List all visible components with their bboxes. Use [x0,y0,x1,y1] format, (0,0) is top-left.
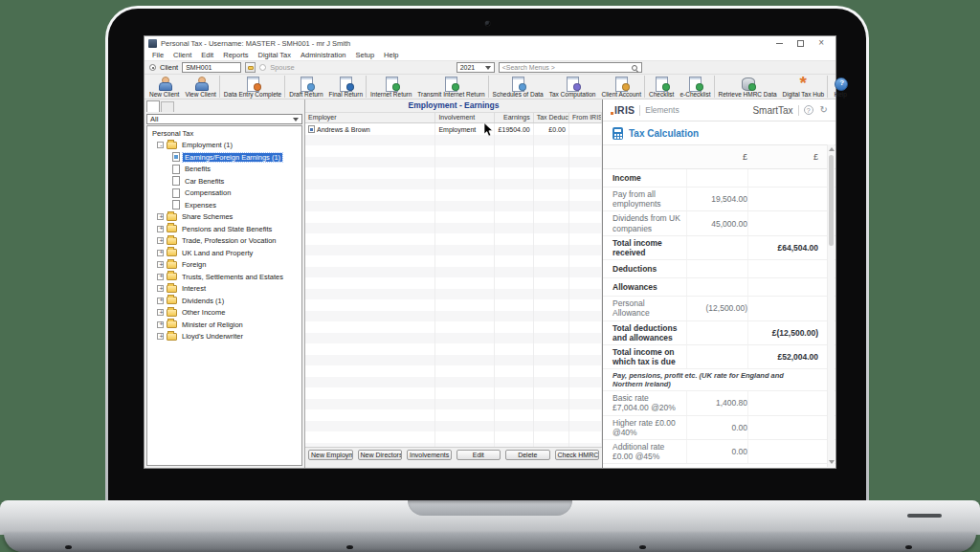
toolbar-button[interactable]: New Client [146,76,182,98]
menu-item[interactable]: File [147,51,168,59]
menu-item[interactable]: Reports [218,51,253,59]
menu-item[interactable]: Administration [296,51,351,59]
title-bar[interactable]: Personal Tax - Username: MASTER - SMH001… [145,36,835,50]
tree-item[interactable]: Foreign [147,259,301,272]
scroll-down-icon[interactable] [829,460,835,464]
toolbar-button[interactable]: Data Entry Complete [221,76,285,98]
menu-item[interactable]: Client [168,51,196,59]
tree-item[interactable]: Minister of Religion [147,319,301,331]
tree-filter-select[interactable]: All [146,114,302,124]
tree-toggle-icon[interactable] [157,298,164,304]
table-column-header[interactable]: Tax Deducted [534,113,569,122]
smarttax-row-label: Total income on which tax is due [612,345,686,368]
tree-item[interactable]: Interest [147,283,301,296]
search-input[interactable]: <Search Menus > [499,62,642,73]
client-radio-label: Client [160,63,178,72]
tree-item[interactable]: Car Benefits [147,175,301,188]
table-column-header[interactable]: Earnings [495,113,533,122]
toolbar-button[interactable]: Client Account [598,76,645,98]
tree-toggle-icon[interactable] [157,274,164,280]
tree-item[interactable]: Expenses [147,199,301,211]
tree-toggle-icon[interactable] [157,261,164,268]
tree-toggle-icon[interactable] [157,309,164,316]
menu-item[interactable]: Setup [350,51,379,59]
tree-item[interactable]: Personal Tax [147,127,301,140]
action-button[interactable]: Involvements [407,450,452,460]
tree-item[interactable]: Pensions and State Benefits [147,223,301,235]
spouse-radio[interactable] [259,64,266,71]
toolbar-button[interactable]: Transmit Internet Return [414,76,488,98]
action-button[interactable]: Edit [457,450,501,460]
help-icon[interactable]: ? [804,105,813,115]
tree-item[interactable]: Compensation [147,188,301,200]
toolbar-button[interactable]: e-Checklist [677,76,714,98]
toolbar-button[interactable]: Schedules of Data [490,76,546,98]
tree-item[interactable]: Earnings/Foreign Earnings (1) [147,151,301,164]
smarttax-row: Total income on which tax is due £52,004… [603,345,835,369]
app-icon [148,39,157,48]
toolbar-button[interactable]: Checklist [646,76,677,98]
tax-year-select[interactable]: 2021 [457,62,495,73]
tree-toggle-icon[interactable] [157,237,164,244]
folder-icon [167,261,177,269]
table-row[interactable]: Andrews & Brown Employment £19504.00 £0.… [305,123,602,135]
tree-item-label: Trade, Profession or Vocation [180,236,278,245]
toolbar-button[interactable]: Digital Tax Hub [780,76,829,98]
tree-item[interactable]: Employment (1) [147,140,301,152]
table-column-header[interactable]: From IRIS Payroll [569,113,602,122]
action-button[interactable]: Delete [505,450,550,460]
tree-item-label: Foreign [180,260,208,269]
tree-item[interactable]: UK Land and Property [147,247,301,259]
document-icon [172,200,180,210]
tree-toggle-icon[interactable] [157,142,164,148]
toolbar-button[interactable]: Internet Return [368,76,414,98]
client-id-input[interactable]: SMH001 [182,62,241,73]
refresh-icon[interactable]: ↻ [820,105,828,115]
tree-toggle-icon[interactable] [157,285,164,292]
menu-item[interactable]: Edit [196,51,218,59]
minimize-icon[interactable] [776,43,783,44]
table-column-header[interactable]: Involvement [435,113,495,122]
client-radio[interactable] [149,64,156,71]
scroll-up-icon[interactable] [829,147,835,151]
sidebar-tab[interactable] [146,100,160,112]
tree-toggle-icon[interactable] [157,213,164,220]
tree-item[interactable]: Other Income [147,307,301,320]
action-button[interactable]: Check HMRC for employment [555,450,600,460]
toolbar-button-label: View Client [185,91,215,98]
smarttax-row-label: Dividends from companies etc. [612,464,818,468]
tree-item[interactable]: Benefits [147,164,301,176]
tree-item[interactable]: Trusts, Settlements and Estates [147,271,301,283]
menu-item[interactable]: Digital Tax [253,51,295,59]
tree-toggle-icon[interactable] [157,321,164,328]
tree-item-label: Pensions and State Benefits [180,225,274,233]
client-browse-button[interactable] [245,62,256,73]
table-empty-row [305,355,602,366]
tree-toggle-icon[interactable] [157,226,164,232]
toolbar-button[interactable]: Draft Return [286,76,325,98]
smarttax-row: Pay from all employments 19,504.00 [603,188,835,211]
maximize-icon[interactable] [797,40,804,47]
toolbar-button-label: Final Return [329,91,363,98]
tree-item[interactable]: Trade, Profession or Vocation [147,235,301,248]
toolbar-button[interactable]: Help [829,76,852,98]
toolbar-button[interactable]: View Client [182,76,219,98]
toolbar-button[interactable]: Final Return [326,76,367,98]
tree-item[interactable]: Lloyd's Underwriter [147,331,301,343]
table-column-header[interactable]: Employer [305,113,435,122]
sidebar-tab[interactable] [161,101,174,112]
toolbar: New Client View Client Data Entry Comple… [145,75,835,99]
action-button[interactable]: New Employment [308,450,353,460]
tree-toggle-icon[interactable] [157,333,164,340]
toolbar-button[interactable]: Retrieve HMRC Data [716,76,780,98]
scrollbar-thumb[interactable] [829,155,834,246]
close-icon[interactable]: × [818,39,824,47]
tree-item[interactable]: Share Schemes [147,211,301,224]
scrollbar[interactable] [827,144,835,467]
action-button[interactable]: New Directorship [358,450,403,460]
menu-item[interactable]: Help [379,51,403,59]
tree-item-label: Benefits [183,165,212,173]
tree-toggle-icon[interactable] [157,250,164,256]
tree-item[interactable]: Dividends (1) [147,295,301,307]
toolbar-button[interactable]: Tax Computation [546,76,599,98]
